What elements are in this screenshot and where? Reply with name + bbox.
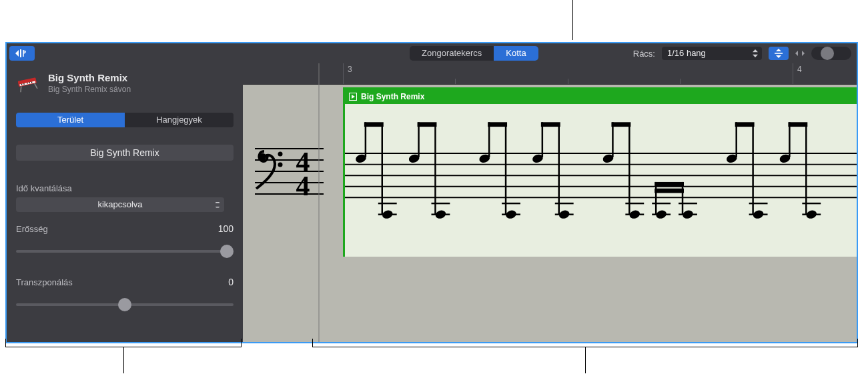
ruler-tick-3: 3	[343, 63, 352, 84]
score-editor-window: Big Synth Remix Big Synth Remix sávon Te…	[5, 42, 858, 343]
tab-piano-roll[interactable]: Zongoratekercs	[410, 46, 494, 61]
svg-rect-84	[788, 122, 807, 127]
svg-rect-10	[775, 53, 783, 54]
svg-rect-0	[20, 49, 21, 57]
callout-line-top	[572, 0, 573, 40]
bar-ruler[interactable]: 3 4	[243, 63, 857, 85]
grid-label: Rács:	[633, 49, 655, 59]
vertical-arrows-icon	[773, 49, 784, 58]
track-header: Big Synth Remix Big Synth Remix sávon	[16, 71, 131, 94]
score-notation	[345, 104, 857, 257]
svg-line-9	[35, 83, 37, 89]
tab-score[interactable]: Kotta	[494, 46, 538, 61]
edge-divider	[318, 63, 320, 342]
svg-rect-39	[418, 122, 437, 127]
transpose-block: Transzponálás 0	[16, 277, 234, 311]
callout-bracket-score	[312, 347, 858, 347]
score-menubar: Zongoratekercs Kotta Rács: 1/16 hang	[243, 43, 857, 63]
svg-text:4: 4	[296, 171, 310, 201]
view-mode-tabs: Zongoratekercs Kotta	[410, 46, 538, 61]
svg-rect-69	[655, 182, 684, 187]
svg-rect-70	[655, 189, 684, 193]
midi-region[interactable]: Big Synth Remix	[343, 87, 857, 259]
callout-bracket-inspector	[5, 347, 242, 347]
svg-point-18	[278, 163, 283, 167]
region-header: Big Synth Remix	[345, 89, 857, 104]
transpose-label: Transzponálás	[16, 277, 73, 287]
svg-rect-32	[364, 122, 384, 127]
strength-label: Erősség	[16, 224, 48, 234]
svg-rect-53	[541, 122, 560, 127]
strength-slider[interactable]	[16, 243, 234, 258]
region-loop-icon	[349, 93, 357, 101]
svg-rect-46	[488, 122, 507, 127]
strength-value: 100	[218, 223, 234, 234]
strength-block: Erősség 100	[16, 223, 234, 258]
svg-rect-77	[735, 122, 755, 127]
empty-score-area	[243, 257, 857, 342]
svg-point-17	[278, 152, 283, 157]
score-main-area: Zongoratekercs Kotta Rács: 1/16 hang	[243, 43, 857, 342]
transpose-slider[interactable]	[16, 297, 234, 311]
svg-rect-60	[611, 122, 630, 127]
right-controls: Rács: 1/16 hang	[633, 47, 851, 60]
track-title: Big Synth Remix	[48, 72, 131, 83]
vertical-zoom-button[interactable]	[769, 47, 789, 60]
region-name-field[interactable]: Big Synth Remix	[16, 145, 234, 161]
time-quantize-block: Idő kvantálása kikapcsolva	[16, 183, 234, 212]
time-quantize-label: Idő kvantálása	[16, 183, 234, 193]
tab-region[interactable]: Terület	[16, 113, 125, 127]
catch-icon	[15, 49, 29, 58]
transpose-value: 0	[228, 277, 234, 287]
tab-notes[interactable]: Hangjegyek	[125, 113, 234, 127]
grid-popup[interactable]: 1/16 hang	[662, 47, 762, 60]
keyboard-icon	[16, 71, 39, 94]
horizontal-zoom-icon	[795, 49, 805, 58]
inspector-mode-tabs: Terület Hangjegyek	[16, 113, 234, 127]
track-subtitle: Big Synth Remix sávon	[48, 85, 131, 94]
catch-playhead-button[interactable]	[9, 46, 35, 61]
region-header-name: Big Synth Remix	[361, 92, 424, 101]
horizontal-zoom-slider[interactable]	[811, 47, 851, 60]
svg-point-16	[260, 153, 266, 160]
ruler-tick-4: 4	[793, 63, 802, 84]
time-quantize-popup[interactable]: kikapcsolva	[16, 197, 224, 212]
clef-time-signature: 4 4	[255, 138, 324, 205]
svg-line-8	[19, 86, 22, 92]
inspector-sidebar: Big Synth Remix Big Synth Remix sávon Te…	[7, 43, 243, 342]
